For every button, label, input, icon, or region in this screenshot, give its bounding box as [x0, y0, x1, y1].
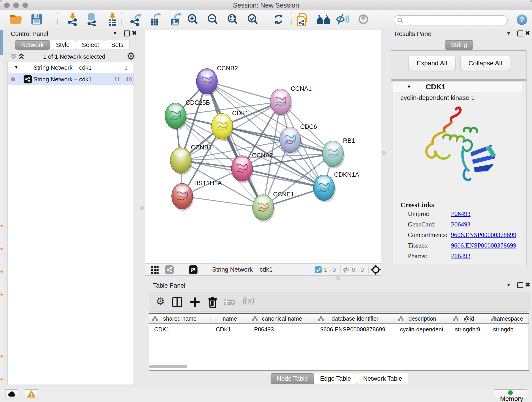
- network-view-icon[interactable]: [165, 265, 174, 274]
- birdseye-view-icon[interactable]: [189, 265, 197, 274]
- node-ccnb2[interactable]: CCNB2: [196, 65, 238, 96]
- grid-view-icon[interactable]: [151, 266, 159, 274]
- import-table-from-file-button[interactable]: [106, 13, 120, 26]
- tab-node-table[interactable]: Node Table: [271, 373, 314, 384]
- bottom-splitter-handle[interactable]: [336, 276, 340, 280]
- tab-style[interactable]: Style: [50, 40, 76, 50]
- delete-column-trash-icon[interactable]: [208, 296, 218, 308]
- node-ccna2[interactable]: CCNA2: [231, 152, 273, 183]
- tab-network-table[interactable]: Network Table: [357, 373, 409, 384]
- network-options-gear-icon[interactable]: ⚙: [127, 51, 135, 61]
- search-input[interactable]: [405, 16, 505, 24]
- delete-table-icon[interactable]: [224, 299, 235, 306]
- show-columns-icon[interactable]: [172, 297, 182, 307]
- column-header-description[interactable]: description: [395, 314, 450, 323]
- clone-network-documents-button[interactable]: [296, 13, 310, 26]
- edge-ccne1-hist1h1a[interactable]: [182, 196, 263, 207]
- close-panel-icon[interactable]: ✖: [132, 30, 137, 36]
- crosslink-value-link[interactable]: 9606.ENSP00000378699: [451, 242, 516, 249]
- float-panel-icon[interactable]: [517, 31, 523, 36]
- float-panel-menu-icon[interactable]: ▼: [113, 31, 117, 36]
- table-horizontal-scrollbar[interactable]: [149, 365, 187, 368]
- apply-layout-button[interactable]: [272, 13, 285, 26]
- hidden-node-edge-count: 0 - 0: [352, 266, 364, 274]
- close-panel-icon[interactable]: ✖: [525, 282, 530, 288]
- results-panel-title: Results Panel: [394, 31, 433, 38]
- column-header--id[interactable]: @id: [450, 314, 488, 323]
- column-header-database-identifier[interactable]: database identifier: [315, 314, 395, 323]
- save-session-button[interactable]: [30, 13, 44, 26]
- expand-all-chevron-icon[interactable]: [18, 53, 25, 60]
- gene-collapse-icon[interactable]: ▼: [407, 84, 411, 89]
- left-splitter-handle[interactable]: [140, 206, 144, 210]
- column-header-name[interactable]: name: [211, 314, 249, 323]
- tab-string[interactable]: String: [445, 40, 473, 50]
- node-hist1h1a[interactable]: HIST1H1A: [172, 180, 222, 211]
- cloud-status-button[interactable]: [5, 389, 18, 399]
- selected-checkbox-icon[interactable]: [315, 266, 322, 273]
- float-panel-icon[interactable]: [124, 31, 130, 36]
- table-options-gear-icon[interactable]: ⚙: [156, 296, 165, 306]
- export-network-button[interactable]: [129, 13, 143, 26]
- import-network-from-file-button[interactable]: [66, 13, 80, 26]
- tab-sets[interactable]: Sets: [105, 40, 130, 50]
- network-collection-row[interactable]: ▼ String Network – cdk1 1: [8, 62, 133, 73]
- main-toolbar: ?: [0, 10, 532, 29]
- open-session-button[interactable]: [9, 13, 23, 26]
- tab-select[interactable]: Select: [76, 40, 105, 50]
- import-network-from-database-button[interactable]: [85, 13, 99, 26]
- network-view-status-bar: String Network – cdk1 1 - 0 0 - 0: [145, 263, 381, 276]
- export-table-button[interactable]: [148, 13, 162, 26]
- crosslink-value-link[interactable]: 9606.ENSP00000378699: [451, 231, 516, 239]
- gene-card-header[interactable]: ▼ CDK1: [393, 82, 522, 92]
- close-panel-icon[interactable]: ✖: [525, 30, 530, 36]
- tab-edge-table[interactable]: Edge Table: [314, 373, 357, 384]
- float-panel-icon[interactable]: [517, 282, 523, 288]
- table-cell: stringdb:9...: [450, 324, 488, 335]
- memory-status-button[interactable]: Memory: [494, 389, 527, 399]
- zoom-out-button[interactable]: [206, 13, 220, 26]
- table-row[interactable]: CDK1CDK1P064939606.ENSP00000378699cyclin…: [149, 324, 529, 335]
- node-cdkn1a[interactable]: CDKN1A: [313, 171, 359, 202]
- home-button[interactable]: [316, 13, 330, 26]
- table-cell: 9606.ENSP00000378699: [315, 324, 395, 335]
- collapse-all-chevron-icon[interactable]: [10, 53, 17, 60]
- show-all-eye-button[interactable]: [356, 13, 370, 26]
- float-panel-menu-icon[interactable]: ▼: [506, 31, 511, 36]
- export-image-button[interactable]: [169, 13, 183, 26]
- zoom-selected-button[interactable]: [246, 13, 260, 26]
- crosslink-value-link[interactable]: P06493: [451, 210, 471, 217]
- column-header-namespace[interactable]: namespace: [488, 314, 529, 323]
- create-column-plus-icon[interactable]: [190, 297, 200, 307]
- table-cell: CDK1: [211, 324, 249, 335]
- column-header-canonical-name[interactable]: canonical name: [249, 314, 315, 323]
- node-ccne1[interactable]: CCNE1: [253, 191, 294, 222]
- function-builder-icon[interactable]: f(x): [242, 295, 254, 306]
- node-cdk1[interactable]: CDK1: [211, 110, 249, 141]
- network-row-selected[interactable]: String Network – cdk1 11 48: [8, 73, 133, 85]
- float-panel-menu-icon[interactable]: ▼: [506, 283, 511, 287]
- right-splitter-handle[interactable]: [382, 151, 386, 155]
- node-rb1[interactable]: RB1: [322, 137, 355, 168]
- node-navigator-crosshair-icon[interactable]: [371, 265, 381, 275]
- column-header-shared-name[interactable]: shared name: [149, 314, 211, 323]
- expand-all-button[interactable]: Expand All: [408, 56, 456, 71]
- warnings-button[interactable]: [25, 389, 38, 399]
- hide-selected-eye-slash-button[interactable]: [336, 13, 350, 26]
- network-canvas[interactable]: CCNB2CCNA1CDC25BCDK1CDC6RB1CCNB1CCNA2CDK…: [145, 30, 381, 263]
- crosslink-row: Pharos:P06493: [408, 252, 518, 263]
- hidden-eye-slash-icon[interactable]: [343, 266, 351, 273]
- crosslink-value-link[interactable]: P06493: [451, 221, 471, 228]
- background-dots: [0, 29, 3, 386]
- toolbar-separator: [268, 12, 268, 26]
- crosslink-value-link[interactable]: P06493: [451, 252, 471, 260]
- tab-network[interactable]: Network: [15, 40, 50, 50]
- fit-content-button[interactable]: [226, 13, 240, 26]
- collection-expand-icon[interactable]: ▼: [14, 65, 19, 70]
- node-cdc6[interactable]: CDC6: [279, 123, 317, 154]
- help-button[interactable]: ?: [515, 13, 529, 27]
- edge-ccna2-cdkn1a[interactable]: [242, 168, 324, 188]
- collapse-all-button[interactable]: Collapse All: [461, 56, 510, 71]
- results-scrollbar[interactable]: [522, 81, 526, 266]
- zoom-in-button[interactable]: [186, 13, 200, 26]
